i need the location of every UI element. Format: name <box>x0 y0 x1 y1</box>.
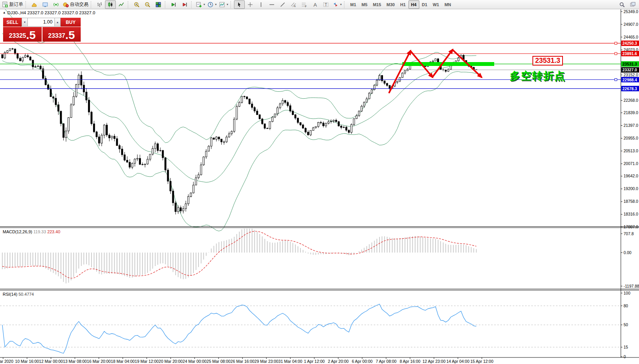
volume-input[interactable]: 1.00 <box>28 18 54 27</box>
trendline-button[interactable] <box>277 0 288 9</box>
windows-icon <box>630 2 636 8</box>
chevron-down-icon[interactable]: ▾ <box>340 3 342 6</box>
timeframe-m30-button[interactable]: M30 <box>384 0 397 9</box>
toolbar-separator <box>191 1 193 8</box>
auto-scroll-icon <box>171 2 177 8</box>
svg-text:23327.0: 23327.0 <box>622 67 637 72</box>
zoom-out-icon <box>144 2 151 8</box>
svg-text:2 Apr 20:00: 2 Apr 20:00 <box>328 359 349 364</box>
auto-trading-button[interactable]: 自动交易 <box>61 0 90 9</box>
trendline-icon <box>280 2 286 8</box>
svg-text:707.8: 707.8 <box>624 231 634 236</box>
turning-point-annotation[interactable]: 多空转折点 <box>510 69 566 83</box>
chevron-down-icon[interactable]: ▾ <box>227 3 228 6</box>
crosshair-button[interactable] <box>245 0 256 9</box>
chart-canvas[interactable]: 25349.024907.024465.024023.023152.022268… <box>0 0 639 364</box>
line-chart-icon <box>118 2 124 8</box>
svg-text:15 Apr 12:00: 15 Apr 12:00 <box>470 359 493 364</box>
svg-text:17887.0: 17887.0 <box>624 224 638 229</box>
auto-scroll-button[interactable] <box>168 0 179 9</box>
support-zone-band[interactable] <box>402 62 494 66</box>
svg-text:20513.0: 20513.0 <box>624 148 638 153</box>
buy-price-panel[interactable]: 23337.5 <box>42 27 81 42</box>
toolbar-separator <box>344 1 346 8</box>
timeframe-d1-button[interactable]: D1 <box>419 0 430 9</box>
candlestick-button[interactable] <box>105 0 116 9</box>
toolbar-separator <box>25 1 27 8</box>
buy-button[interactable]: BUY <box>61 18 81 27</box>
search-button[interactable] <box>617 0 627 9</box>
sell-price-panel[interactable]: 23325.5 <box>3 27 42 42</box>
charts-button[interactable] <box>29 0 40 9</box>
volume-decrease-button[interactable]: ▼ <box>22 18 28 27</box>
svg-text:10 Mar 16:00: 10 Mar 16:00 <box>15 359 39 364</box>
one-click-panel-toggle-icon[interactable]: ▲ <box>3 11 6 14</box>
shapes-icon <box>332 2 339 8</box>
svg-text:18316.0: 18316.0 <box>624 212 638 216</box>
svg-text:19200.0: 19200.0 <box>624 186 638 191</box>
chart-shift-button[interactable] <box>179 0 190 9</box>
new-chart-button[interactable]: ▾ <box>195 0 206 9</box>
new-chart-icon <box>196 2 202 8</box>
svg-text:20 Mar 20:00: 20 Mar 20:00 <box>159 359 183 364</box>
new-order-icon <box>2 2 8 8</box>
svg-text:20071.0: 20071.0 <box>624 161 638 166</box>
macd-indicator-label: MACD(12,26,9) 119.33 223.40 <box>3 229 60 234</box>
svg-text:19642.0: 19642.0 <box>624 174 638 178</box>
timeframe-h4-button[interactable]: H4 <box>408 0 419 9</box>
new-order-label: 新订单 <box>9 1 23 8</box>
zoom-out-button[interactable] <box>142 0 153 9</box>
chart-shift-icon <box>181 2 188 8</box>
periods-icon <box>207 2 214 8</box>
timeframe-m1-button[interactable]: M1 <box>347 0 359 9</box>
text-icon: A <box>312 2 318 8</box>
bar-chart-icon <box>97 2 103 8</box>
channel-button[interactable]: E <box>288 0 299 9</box>
market-watch-icon <box>42 2 48 8</box>
signals-button[interactable] <box>51 0 61 9</box>
svg-text:22268.0: 22268.0 <box>624 98 638 103</box>
volume-increase-button[interactable]: ▲ <box>54 18 61 27</box>
timeframe-switcher: M1M5M15M30H1H4D1W1MN <box>347 0 454 9</box>
zoom-in-button[interactable] <box>131 0 142 9</box>
market-watch-button[interactable] <box>40 0 51 9</box>
timeframe-m5-button[interactable]: M5 <box>359 0 370 9</box>
windows-button[interactable] <box>627 0 638 9</box>
svg-text:8 Apr 16:00: 8 Apr 16:00 <box>400 359 420 364</box>
svg-text:14 Apr 04:00: 14 Apr 04:00 <box>446 359 470 364</box>
cursor-button[interactable] <box>234 0 245 9</box>
chevron-down-icon[interactable]: ▾ <box>203 3 205 6</box>
fibonacci-button[interactable]: F <box>299 0 310 9</box>
toolbar-separator <box>128 1 130 8</box>
label-button[interactable]: T <box>320 0 331 9</box>
tile-windows-button[interactable] <box>153 0 164 9</box>
timeframe-h1-button[interactable]: H1 <box>397 0 408 9</box>
timeframe-m15-button[interactable]: M15 <box>370 0 384 9</box>
trading-terminal-window: 新订单自动交易▾▾▾EFAT▾M1M5M15M30H1H4D1W1MN 2534… <box>0 0 639 364</box>
price-callout-box[interactable]: 23531.3 <box>532 56 563 66</box>
new-order-button[interactable]: 新订单 <box>1 0 24 9</box>
main-toolbar: 新订单自动交易▾▾▾EFAT▾M1M5M15M30H1H4D1W1MN <box>0 0 639 9</box>
svg-text:20955.0: 20955.0 <box>624 136 638 140</box>
sell-button[interactable]: SELL <box>3 18 22 27</box>
periods-button[interactable]: ▾ <box>206 0 218 9</box>
chevron-down-icon[interactable]: ▾ <box>215 3 217 6</box>
svg-text:A: A <box>314 2 317 8</box>
channel-icon: E <box>290 2 297 8</box>
bar-chart-button[interactable] <box>94 0 105 9</box>
shapes-button[interactable]: ▾ <box>331 0 343 9</box>
toolbar-separator <box>165 1 167 8</box>
toolbar-group <box>131 0 164 9</box>
vertical-line-button[interactable] <box>256 0 266 9</box>
rsi-line <box>2 304 476 354</box>
svg-text:29 Mar 23:00: 29 Mar 23:00 <box>254 359 278 364</box>
timeframe-mn-button[interactable]: MN <box>442 0 454 9</box>
horizontal-line-button[interactable] <box>266 0 277 9</box>
timeframe-w1-button[interactable]: W1 <box>430 0 442 9</box>
vertical-line-icon <box>258 2 264 8</box>
templates-button[interactable]: ▾ <box>218 0 229 9</box>
svg-text:F: F <box>305 5 307 8</box>
label-icon: T <box>323 2 329 8</box>
text-button[interactable]: A <box>310 0 320 9</box>
line-chart-button[interactable] <box>116 0 127 9</box>
